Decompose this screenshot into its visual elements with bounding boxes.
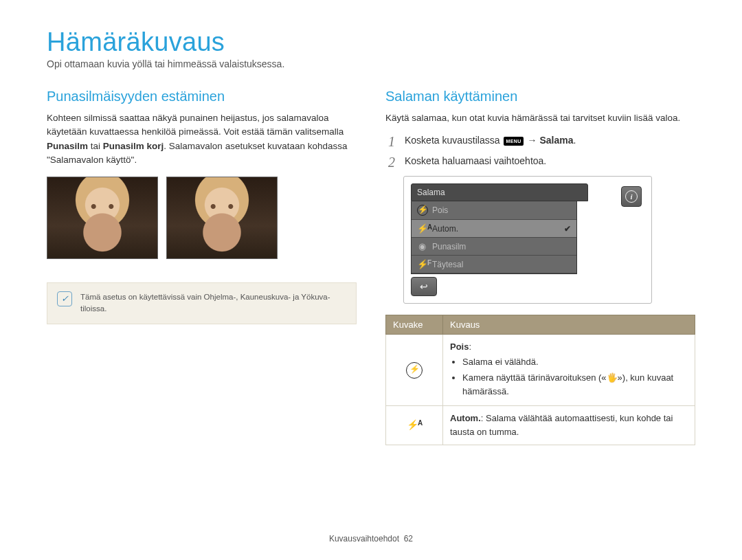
- step-number: 1: [385, 135, 395, 148]
- menu-icon: MENU: [504, 137, 523, 146]
- footer-label: Kuvausvaihtoehdot: [329, 534, 399, 544]
- bold-text: Punasilm: [47, 141, 88, 151]
- text: Kosketa kuvaustilassa: [405, 135, 502, 146]
- flash-auto-icon: ⚡A: [407, 419, 422, 430]
- back-button[interactable]: ↩: [411, 277, 437, 296]
- cell-icon: ⚡A: [386, 405, 443, 445]
- text: .: [573, 135, 576, 146]
- panel-row-pois[interactable]: Pois: [412, 201, 576, 220]
- panel-row-autom[interactable]: ⚡A Autom. ✔: [412, 220, 576, 238]
- back-icon: ↩: [420, 281, 428, 292]
- step-1: 1 Kosketa kuvaustilassa MENU → Salama.: [385, 135, 695, 148]
- redeye-icon: ◉: [417, 241, 427, 251]
- page-subtitle: Opi ottamaan kuvia yöllä tai himmeässä v…: [47, 58, 695, 69]
- flash-off-icon: [406, 362, 423, 379]
- text: :: [469, 341, 471, 352]
- table-row: ⚡A Autom.: Salama välähtää automaattises…: [386, 405, 695, 445]
- bold-text: Punasilm korj: [103, 141, 164, 151]
- th-desc: Kuvaus: [443, 315, 695, 335]
- cell-desc: Autom.: Salama välähtää automaattisesti,…: [443, 405, 695, 445]
- cell-desc: Pois: Salama ei välähdä. Kamera näyttää …: [443, 335, 695, 406]
- panel-title: Salama: [411, 183, 588, 201]
- flash-intro: Käytä salamaa, kun otat kuvia hämärässä …: [385, 111, 695, 125]
- text: : Salama välähtää automaattisesti, kun k…: [450, 413, 673, 437]
- list-item: Kamera näyttää tärinävaroituksen («🖐»), …: [462, 371, 688, 399]
- bold-text: Pois: [450, 341, 469, 352]
- section-heading-flash: Salaman käyttäminen: [385, 89, 695, 104]
- row-label: Autom.: [432, 224, 458, 234]
- right-column: Salaman käyttäminen Käytä salamaa, kun o…: [385, 89, 695, 445]
- panel-list: Pois ⚡A Autom. ✔ ◉ Punasilm ⚡F Täytesal: [411, 201, 577, 274]
- row-label: Punasilm: [432, 242, 466, 251]
- icon-description-table: Kuvake Kuvaus Pois: Salama ei välähdä. K…: [385, 315, 695, 445]
- bold-text: Salama: [539, 135, 573, 146]
- section-heading-redeye: Punasilmäisyyden estäminen: [47, 89, 357, 104]
- flash-auto-icon: ⚡A: [417, 223, 427, 234]
- note-box: ✓ Tämä asetus on käytettävissä vain Ohje…: [47, 282, 357, 324]
- footer-page: 62: [404, 534, 413, 544]
- row-label: Täytesal: [432, 260, 463, 269]
- list-item: Salama ei välähdä.: [462, 355, 688, 369]
- device-panel: i Salama Pois ⚡A Autom. ✔ ◉ Punasilm ⚡F: [403, 176, 652, 304]
- bold-text: Autom.: [450, 413, 481, 423]
- photo-before: [47, 177, 158, 259]
- text: tai: [88, 141, 103, 151]
- table-row: Pois: Salama ei välähdä. Kamera näyttää …: [386, 335, 695, 406]
- page-footer: Kuvausvaihtoehdot 62: [0, 534, 742, 544]
- fill-flash-icon: ⚡F: [417, 259, 427, 269]
- shake-icon: «🖐»: [601, 371, 622, 385]
- info-icon: i: [625, 190, 638, 203]
- cell-icon: [386, 335, 443, 406]
- page-title: Hämäräkuvaus: [47, 27, 695, 57]
- note-text: Tämä asetus on käytettävissä vain Ohjelm…: [80, 291, 346, 315]
- text: Kohteen silmissä saattaa näkyä punainen …: [47, 113, 344, 137]
- info-button[interactable]: i: [621, 186, 642, 207]
- th-icon: Kuvake: [386, 315, 443, 335]
- text: Kamera näyttää tärinävaroituksen (: [462, 372, 601, 383]
- check-icon: ✔: [564, 224, 571, 234]
- text: →: [525, 135, 540, 146]
- example-photos: [47, 177, 357, 259]
- note-icon: ✓: [57, 291, 72, 306]
- step-number: 2: [385, 155, 395, 169]
- step-2: 2 Kosketa haluamaasi vaihtoehtoa.: [385, 155, 695, 169]
- left-column: Punasilmäisyyden estäminen Kohteen silmi…: [47, 89, 357, 445]
- flash-off-icon: [417, 205, 427, 216]
- redeye-paragraph: Kohteen silmissä saattaa näkyä punainen …: [47, 111, 357, 167]
- step-text: Kosketa kuvaustilassa MENU → Salama.: [405, 135, 576, 146]
- panel-row-punasilm[interactable]: ◉ Punasilm: [412, 238, 576, 256]
- photo-after: [166, 177, 278, 259]
- row-label: Pois: [432, 205, 448, 215]
- step-text: Kosketa haluamaasi vaihtoehtoa.: [405, 155, 546, 166]
- panel-row-taytesal[interactable]: ⚡F Täytesal: [412, 256, 576, 273]
